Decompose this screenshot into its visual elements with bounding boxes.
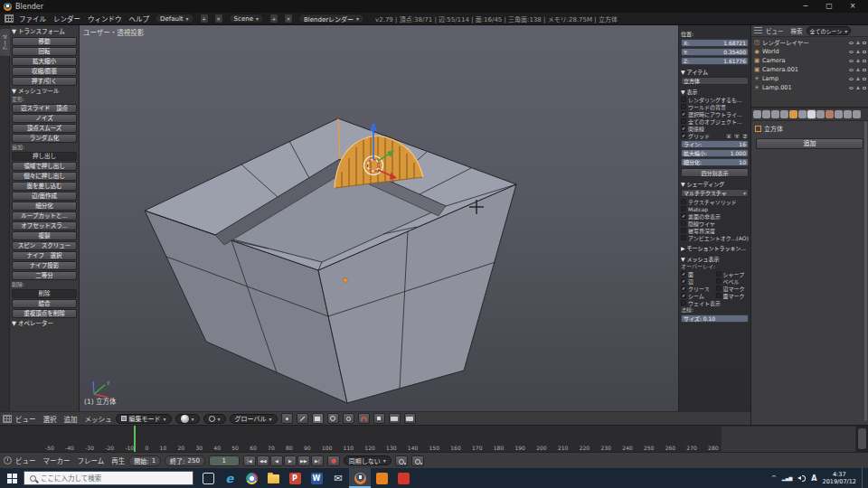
current-frame-field[interactable]: 1 [209, 455, 240, 466]
menu-item[interactable]: 選択 [43, 414, 57, 424]
menu-item[interactable]: フレーム [78, 455, 105, 465]
playback-button[interactable]: ◀◀ [257, 455, 269, 466]
checkbox[interactable]: ✓ [681, 293, 686, 298]
current-frame-playhead[interactable] [134, 426, 136, 452]
outliner-item[interactable]: ▣ Camera.001 [753, 65, 866, 74]
outliner-scope-dropdown[interactable]: 全てのシーン▾ [807, 26, 852, 35]
overlay-option-row[interactable]: シャープ [716, 270, 750, 277]
opengl-render-button[interactable] [389, 413, 401, 424]
selectability-icon[interactable] [856, 59, 860, 62]
shading-viewport-dropdown[interactable]: ▾ [175, 414, 200, 424]
tool-button[interactable]: ナイフ投影 [12, 261, 77, 270]
checkbox[interactable] [681, 104, 686, 109]
properties-tab-icon[interactable] [835, 110, 843, 118]
tray-chevron-icon[interactable]: ^ [771, 474, 777, 482]
display-value-field[interactable]: 拡大縮小:1.000 [681, 149, 749, 157]
minimize-button[interactable]: ─ [794, 0, 817, 13]
grid-axis-toggle[interactable]: X [725, 133, 732, 139]
mesh-display-panel-header[interactable]: ▼ メッシュ表示 [681, 255, 749, 263]
checkbox[interactable]: ✓ [681, 278, 686, 284]
menu-item[interactable]: マーカー [43, 455, 71, 465]
taskbar-app-icon[interactable] [262, 468, 284, 488]
display-option-row[interactable]: ✓ 関係線 [681, 125, 749, 132]
properties-tab-icon[interactable] [789, 110, 797, 118]
viewport-editor-type-icon[interactable] [3, 415, 12, 423]
menu-item[interactable]: ビュー [15, 414, 36, 424]
frame-end-field[interactable]: 終了:250 [165, 455, 205, 466]
maximize-button[interactable]: ▢ [817, 0, 841, 13]
add-scene-button[interactable]: + [269, 14, 278, 23]
taskbar-app-icon[interactable]: P [284, 468, 306, 488]
transform-panel-header[interactable]: ▼ トランスフォーム [12, 27, 77, 36]
grid-axis-toggle[interactable]: Z [741, 133, 749, 139]
outliner-editor-type-icon[interactable] [754, 27, 762, 34]
menu-item[interactable]: ファイル [19, 14, 46, 23]
outliner-item[interactable]: ▣ Camera [753, 56, 866, 65]
tool-button[interactable]: 結合 [12, 299, 77, 308]
tool-button[interactable]: オフセットスラ... [12, 221, 77, 230]
location-value-field[interactable]: Z:1.61776 [681, 57, 749, 65]
outliner-editor[interactable]: ビュー検索 全てのシーン▾ ◫ レンダーレイヤー ◉ World [751, 25, 868, 108]
properties-tab-icon[interactable] [807, 110, 816, 118]
tool-button[interactable]: ノイズ [12, 114, 77, 123]
display-value-field[interactable]: ライン:16 [681, 140, 749, 148]
grid-axis-toggle[interactable]: Y [733, 133, 741, 139]
edge-select-button[interactable] [297, 413, 308, 424]
tool-button[interactable]: 個々に押し出し [12, 172, 77, 181]
shading-mode-dropdown[interactable]: マルチテクスチャ▾ [681, 189, 749, 197]
normals-size-field[interactable]: サイズ: 0.10 [681, 314, 749, 323]
tool-button[interactable]: 拡大縮小 [12, 57, 77, 66]
checkbox[interactable] [716, 286, 722, 291]
visibility-eye-icon[interactable] [849, 87, 854, 89]
visibility-eye-icon[interactable] [849, 78, 854, 80]
proportional-edit-button[interactable] [343, 413, 354, 424]
add-modifier-button[interactable]: 追加 [756, 138, 863, 149]
tool-button[interactable]: スピン スクリュー [12, 241, 77, 250]
properties-tab-icon[interactable] [816, 110, 825, 118]
info-editor-type-icon[interactable] [5, 14, 14, 23]
network-icon[interactable]: ▂▄▆ [782, 475, 793, 481]
render-engine-selector[interactable]: Blenderレンダー▾ [298, 14, 364, 23]
playback-button[interactable]: ▶| [311, 455, 324, 466]
mode-dropdown[interactable]: 編集モード▾ [116, 414, 172, 424]
checkbox[interactable] [681, 97, 686, 102]
weight-display-row[interactable]: ウェイト表示 [681, 299, 749, 306]
playback-button[interactable]: ▶▶ [297, 455, 310, 466]
snap-element-button[interactable] [373, 413, 385, 424]
properties-tab-icon[interactable] [762, 110, 770, 118]
shading-option-row[interactable]: テクスチャソリッド [681, 198, 749, 205]
menu-item[interactable]: ウィンドウ [88, 14, 122, 23]
tool-button[interactable]: 頂点スムーズ [12, 124, 77, 133]
volume-icon[interactable] [797, 474, 806, 482]
remove-layout-button[interactable]: × [214, 14, 223, 23]
visibility-eye-icon[interactable] [849, 42, 854, 44]
tool-button[interactable]: ランダム化 [12, 134, 77, 143]
taskbar-app-icon[interactable]: ✉ [327, 468, 349, 488]
sync-mode-dropdown[interactable]: 同期しない▾ [344, 455, 392, 465]
snap-toggle-button[interactable] [358, 413, 370, 424]
playback-button[interactable]: |◀ [243, 455, 256, 466]
screen-layout-selector[interactable]: Default▾ [155, 14, 194, 23]
renderability-icon[interactable] [863, 60, 866, 62]
view-properties-shelf[interactable]: 位置: X:1.68721 Y:0.35400 Z:1.61776 ▼ アイテム… [678, 25, 750, 411]
motion-tracking-panel-header[interactable]: ▶ モーショントラッキン... [681, 244, 749, 252]
edited-mesh-scene[interactable]: x y [80, 25, 750, 411]
overlay-option-row[interactable]: ベベル [716, 277, 750, 285]
location-value-field[interactable]: Y:0.35400 [681, 48, 749, 56]
selectability-icon[interactable] [856, 68, 860, 71]
add-layout-button[interactable]: + [200, 14, 209, 23]
keying-set-button[interactable] [395, 455, 408, 466]
display-panel-header[interactable]: ▼ 表示 [681, 88, 749, 96]
menu-item[interactable]: 追加 [64, 414, 78, 424]
checkbox[interactable]: ✓ [681, 286, 686, 291]
renderability-icon[interactable] [863, 78, 866, 80]
taskbar-app-icon[interactable] [392, 468, 414, 488]
checkbox[interactable] [681, 221, 686, 226]
menu-item[interactable]: ビュー [15, 455, 36, 465]
properties-tab-icon[interactable] [844, 110, 852, 118]
operator-panel-header[interactable]: ▼ オペレーター [12, 319, 77, 328]
taskbar-search[interactable] [24, 471, 193, 485]
frame-start-field[interactable]: 開始:1 [128, 455, 161, 466]
outliner-item[interactable]: ☀ Lamp.001 [753, 83, 866, 92]
selectability-icon[interactable] [856, 50, 860, 53]
